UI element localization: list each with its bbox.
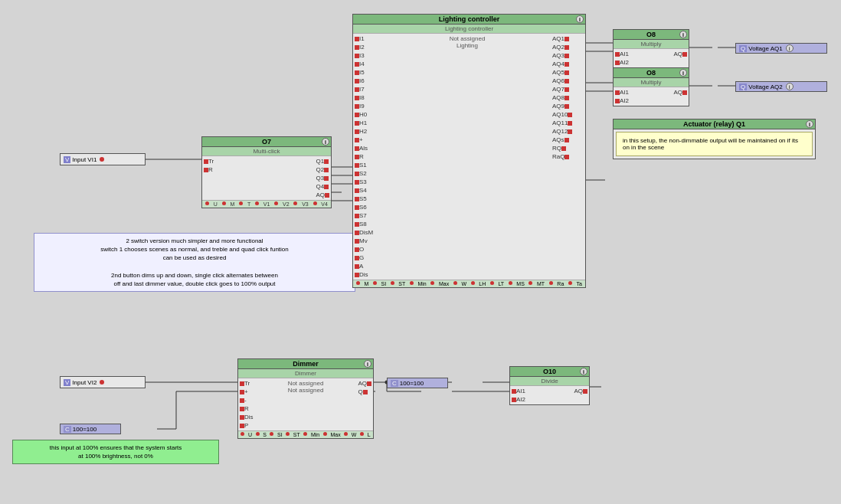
lc-aq10: AQ10 (552, 110, 584, 119)
o10-outputs: AQ (572, 386, 589, 404)
o8-multiply2-block: O8 i Multiply AI1 AI2 AQ (613, 67, 689, 106)
dimmer-header: Dimmer i (238, 359, 373, 369)
input-comment-text: this input at 100% ensures that the syst… (50, 444, 182, 460)
lc-info-icon[interactable]: i (576, 15, 584, 23)
o7-q3: Q3 (316, 174, 329, 182)
lc-subheader: Lighting controller (353, 25, 585, 34)
lc-r: R (355, 152, 382, 161)
relay-header: Actuator (relay) Q1 i (614, 119, 815, 129)
dimmer-footer: U S SI ST Min Max W L (238, 430, 373, 438)
dimmer-center: Not assigned Not assigned (255, 378, 357, 430)
lc-g: G (355, 254, 382, 262)
q2-port (324, 168, 329, 172)
lc-i8: I8 (355, 93, 382, 102)
footer-v1 (255, 201, 259, 205)
o8-1-info-icon[interactable]: i (679, 31, 687, 38)
lc-s8: S8 (355, 220, 382, 228)
voltage-aq2-text: Voltage AQ2 (748, 83, 782, 90)
o8-1-subheader: Multiply (614, 40, 689, 49)
lc-o: O (355, 245, 382, 254)
lc-s7: S7 (355, 211, 382, 220)
lc-i4: I4 (355, 60, 382, 68)
relay-comment: in this setup, the non-dimmable output w… (616, 132, 813, 156)
const2-text: 100=100 (73, 426, 97, 433)
voltage-aq1-text: Voltage AQ1 (748, 45, 782, 52)
o8-2-info-icon[interactable]: i (679, 69, 687, 77)
aq-port (325, 193, 329, 198)
dimmer-outputs: AQ Q (356, 378, 373, 430)
lc-i1: I1 (355, 34, 382, 43)
main-canvas: V Input VI1 O7 i Multi-click Tr R (0, 0, 841, 504)
const1-block: C 100=100 (387, 378, 448, 388)
o10-subheader: Divide (510, 377, 589, 386)
lc-aqs: AQs (552, 136, 584, 144)
lc-s1: S1 (355, 161, 382, 169)
o10-info-icon[interactable]: i (580, 368, 587, 375)
o10-divide-block: O10 i Divide AI1 AI2 AQ (509, 366, 590, 405)
lc-aq11: AQ11 (552, 119, 584, 127)
footer-v3 (293, 201, 297, 205)
o7-q2: Q2 (316, 165, 329, 174)
lc-a: A (355, 262, 382, 270)
lc-footer: M SI ST Min Max W LH LT MS MT Ra Ta (353, 280, 585, 287)
vi1-label: V (64, 156, 70, 163)
switch-comment-text: 2 switch version much simpler and more f… (100, 237, 288, 287)
o8-2-inputs: AI1 AI2 (614, 87, 630, 106)
lc-aq8: AQ8 (552, 93, 584, 102)
lc-dis: Dis (355, 270, 382, 279)
q3-port (324, 176, 329, 181)
o10-header: O10 i (510, 367, 589, 377)
o7-outputs: Q1 Q2 Q3 Q4 AQ (314, 156, 331, 200)
lc-raq: RaQ (552, 152, 584, 161)
o8-1-body: AI1 AI2 AQ (614, 49, 689, 67)
footer-v4 (313, 201, 317, 205)
lc-body: I1 I2 I3 I4 I5 I6 I7 I8 I9 H0 H1 H2 + Al… (353, 34, 585, 280)
dimmer-inputs: Tr + - R Dis P (238, 378, 255, 430)
o8-multiply1-block: O8 i Multiply AI1 AI2 AQ (613, 29, 689, 68)
vi2-label: V (64, 379, 70, 386)
const2-label: C (64, 426, 71, 433)
dimmer-info-icon[interactable]: i (364, 360, 371, 368)
lc-dism: DisM (355, 228, 382, 237)
lc-header: Lighting controller i (353, 15, 585, 25)
o7-info-icon[interactable]: i (322, 138, 329, 146)
o7-center (215, 156, 314, 200)
lc-i3: I3 (355, 51, 382, 60)
o7-block: O7 i Multi-click Tr R Q1 (201, 136, 332, 208)
lc-aq7: AQ7 (552, 85, 584, 93)
q1-port (324, 159, 329, 164)
footer-u (205, 201, 209, 205)
relay-info-icon[interactable]: i (806, 120, 813, 128)
o8-1-inputs: AI1 AI2 (614, 49, 630, 67)
dimmer-body: Tr + - R Dis P Not assigned Not assigned… (238, 378, 373, 430)
input-comment-box: this input at 100% ensures that the syst… (12, 440, 219, 464)
lc-s2: S2 (355, 169, 382, 178)
o7-body: Tr R Q1 Q2 Q3 (202, 156, 331, 200)
lc-h1: H1 (355, 119, 382, 127)
lc-center: Not assigned Lighting (384, 34, 551, 280)
lc-aq9: AQ9 (552, 102, 584, 110)
lc-i2: I2 (355, 43, 382, 51)
o10-body: AI1 AI2 AQ (510, 386, 589, 404)
o8-2-subheader: Multiply (614, 78, 689, 87)
o8-1-header: O8 i (614, 30, 689, 40)
o8-2-outputs: AQ (672, 87, 689, 106)
lc-plus: + (355, 136, 382, 144)
footer-m (222, 201, 226, 205)
lc-aq4: AQ4 (552, 60, 584, 68)
vaq2-info-icon[interactable]: i (786, 83, 794, 90)
lc-i9: I9 (355, 102, 382, 110)
lc-aq6: AQ6 (552, 77, 584, 85)
o10-inputs: AI1 AI2 (510, 386, 527, 404)
o7-header: O7 i (202, 137, 331, 147)
lc-lighting: Lighting (386, 42, 548, 49)
input-vi2-block: V Input VI2 (60, 376, 146, 388)
o8-1-outputs: AQ (672, 49, 689, 67)
vi2-out-port (100, 380, 104, 385)
lc-rq: RQ (552, 144, 584, 152)
vaq1-info-icon[interactable]: i (786, 44, 794, 52)
dimmer-subheader: Dimmer (238, 369, 373, 378)
lc-aq2: AQ2 (552, 43, 584, 51)
lc-h0: H0 (355, 110, 382, 119)
q4-port (324, 185, 329, 189)
